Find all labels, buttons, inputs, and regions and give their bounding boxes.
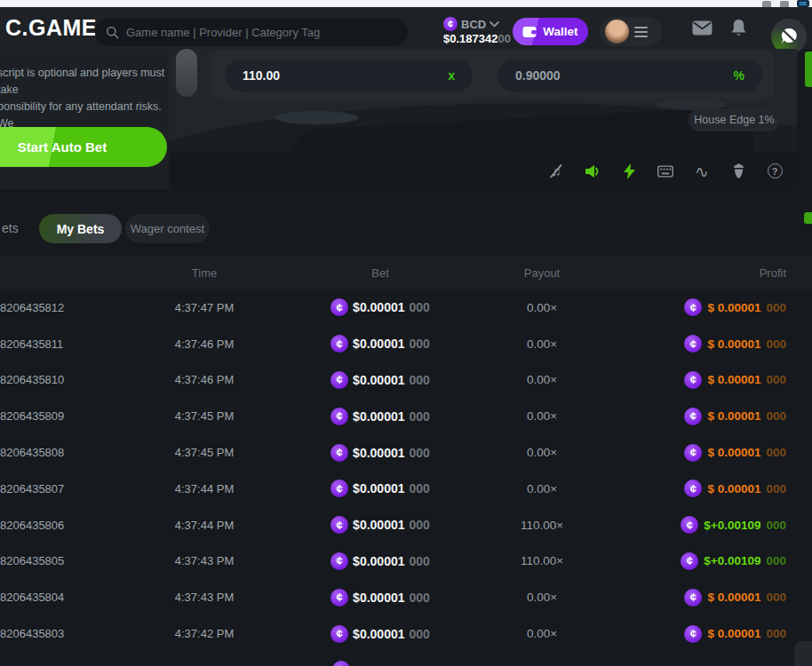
bet-profit-value: $ 0.00001 (707, 337, 760, 351)
wallet-icon (522, 26, 537, 38)
envelope-icon (692, 20, 712, 36)
coin-icon: ¢ (684, 371, 702, 389)
bet-time: 4:37:46 PM (147, 362, 262, 399)
coin-icon: ¢ (681, 552, 698, 570)
col-header-payout: Payout (480, 256, 604, 289)
bet-row[interactable]: 8206435807 4:37:44 PM ¢ $0.00001000 0.00… (0, 471, 812, 507)
bet-row[interactable]: 8206435806 4:37:44 PM ¢ $0.00001000 110.… (0, 507, 812, 543)
bet-row[interactable]: 8206435804 4:37:43 PM ¢ $0.00001000 0.00… (0, 579, 812, 615)
bets-table-body: 8206435812 4:37:47 PM ¢ $0.00001000 0.00… (0, 289, 812, 652)
bet-amount: ¢ $0.00001000 (300, 471, 460, 507)
bet-amount-value: $0.00001 (353, 627, 404, 641)
bet-time: 4:37:43 PM (147, 543, 262, 580)
bet-amount-value: $0.00001 (353, 300, 404, 314)
coin-icon: ¢ (684, 408, 702, 425)
messages-button[interactable] (692, 7, 712, 49)
hotkeys-icon[interactable] (657, 163, 673, 179)
win-chance-field[interactable]: % (498, 59, 762, 91)
bet-row[interactable]: 8206435805 4:37:43 PM ¢ $0.00001000 110.… (0, 543, 812, 580)
help-icon[interactable]: ? (767, 163, 783, 179)
seed-icon[interactable] (730, 163, 746, 179)
browser-extension-icon[interactable] (780, 1, 789, 7)
bet-payout: 0.00× (480, 362, 604, 399)
browser-extension-icon[interactable] (762, 1, 771, 7)
tab-all-bets[interactable]: ets (2, 214, 19, 243)
turbo-bet-icon[interactable] (621, 163, 637, 179)
bet-profit: ¢ $ 0.00001000 (613, 289, 812, 326)
music-off-icon[interactable]: ♫ (548, 163, 564, 179)
bet-profit: ¢ $ 0.00001000 (613, 434, 812, 471)
bcd-coin-icon: ¢ (443, 17, 458, 31)
sound-on-icon[interactable] (585, 163, 601, 179)
bet-amount-trailing: 000 (410, 481, 430, 496)
bet-id: 8206435804 (0, 579, 147, 615)
bet-inputs-panel: x % (211, 51, 775, 99)
bet-profit: ¢ $+0.00109000 (613, 507, 812, 543)
bet-amount-trailing: 000 (410, 337, 430, 351)
right-edge-green-accent (805, 52, 812, 87)
bet-row[interactable]: 8206435803 4:37:42 PM ¢ $0.00001000 0.00… (0, 615, 812, 652)
bet-time: 4:37:42 PM (147, 615, 262, 652)
bet-id: 8206435808 (0, 434, 147, 471)
wallet-button[interactable]: Wallet (513, 18, 588, 45)
bet-amount: ¢ $0.00001000 (300, 543, 460, 580)
autobet-panel: script is optional and players must take… (0, 49, 169, 189)
start-auto-bet-button[interactable]: Start Auto Bet (0, 127, 167, 167)
bet-profit-trailing: 000 (766, 373, 786, 386)
bet-amount: ¢ $0.00001000 (300, 615, 460, 652)
bet-row[interactable]: 8206435808 4:37:45 PM ¢ $0.00001000 0.00… (0, 434, 812, 471)
wallet-balance: $0.18734200 (443, 32, 514, 45)
win-chance-input[interactable] (515, 68, 734, 83)
coin-icon: ¢ (684, 589, 702, 607)
bets-table-header: Time Bet Payout Profit (0, 256, 812, 289)
bet-profit-value: $ 0.00001 (707, 409, 760, 423)
payout-multiplier-field[interactable]: x (225, 59, 473, 91)
bet-time: 4:37:46 PM (147, 326, 262, 362)
bet-profit-value: $+0.00109 (704, 554, 760, 567)
bet-row[interactable]: 8206435812 4:37:47 PM ¢ $0.00001000 0.00… (0, 289, 812, 326)
payout-multiplier-input[interactable] (243, 68, 448, 83)
game-search-bar[interactable] (95, 19, 408, 46)
bet-profit-trailing: 000 (766, 554, 786, 567)
bet-amount-trailing: 000 (410, 554, 430, 568)
coin-icon: ¢ (330, 589, 348, 607)
bet-row[interactable]: 8206435809 4:37:45 PM ¢ $0.00001000 0.00… (0, 398, 812, 434)
bet-profit-trailing: 000 (766, 409, 786, 423)
bet-time: 4:37:45 PM (147, 398, 262, 434)
bet-row[interactable]: 8206435810 4:37:46 PM ¢ $0.00001000 0.00… (0, 362, 812, 399)
bet-amount: ¢ $0.00001000 (300, 507, 460, 543)
search-icon (106, 26, 119, 39)
tab-my-bets[interactable]: My Bets (39, 214, 122, 243)
deepl-extension-icon[interactable]: DE (797, 0, 809, 7)
bet-payout: 0.00× (480, 615, 604, 652)
coin-icon: ¢ (681, 516, 698, 534)
currency-selector[interactable]: ¢ BCD $0.18734200 (443, 17, 514, 52)
percent-suffix: % (734, 68, 744, 83)
bc-game-logo[interactable]: C.GAME (5, 15, 97, 41)
bet-row[interactable]: 8206435811 4:37:46 PM ¢ $0.00001000 0.00… (0, 326, 812, 362)
bet-profit: ¢ $ 0.00001000 (613, 615, 812, 652)
trends-icon[interactable]: ∿ (694, 163, 710, 179)
notifications-button[interactable] (730, 7, 747, 49)
user-avatar[interactable] (605, 20, 629, 44)
coin-icon: ¢ (330, 552, 348, 570)
bet-amount: ¢ $0.00001000 (300, 434, 460, 471)
bet-profit: ¢ $ 0.00001000 (613, 326, 812, 362)
profile-menu[interactable] (600, 17, 662, 46)
bet-profit: ¢ $ 0.00001000 (613, 579, 812, 615)
coin-icon: ¢ (330, 444, 348, 462)
chat-off-icon (780, 28, 799, 45)
bet-amount-trailing: 000 (410, 518, 430, 532)
tab-wager-contest[interactable]: Wager contest (125, 214, 210, 243)
bet-time: 4:37:43 PM (147, 579, 262, 615)
coin-icon: ¢ (330, 408, 348, 425)
bet-amount-trailing: 000 (410, 300, 430, 314)
search-input[interactable] (126, 26, 397, 39)
col-header-profit: Profit (613, 256, 812, 289)
bet-amount-value: $0.00001 (353, 409, 404, 424)
coin-icon: ¢ (684, 444, 702, 462)
coin-icon: ¢ (330, 480, 348, 497)
bet-payout: 110.00× (480, 543, 604, 580)
chevron-down-icon (490, 21, 499, 28)
bet-payout: 0.00× (480, 579, 604, 615)
